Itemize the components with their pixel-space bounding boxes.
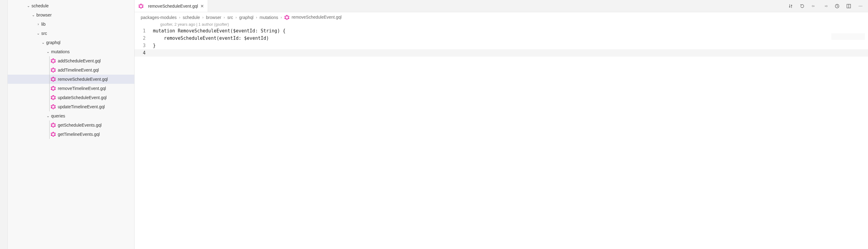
code-text[interactable]: removeScheduleEvent(eventId: $eventId) [153,35,269,42]
graphql-icon [51,95,56,100]
svg-point-51 [55,124,56,125]
file-explorer[interactable]: ⌄schedule⌄browser›lib⌄src⌄graphql⌄mutati… [8,0,134,249]
code-line[interactable]: 1mutation RemoveScheduleEvent($eventId: … [134,27,868,35]
code-text[interactable]: mutation RemoveScheduleEvent($eventId: S… [153,27,285,35]
line-number: 2 [134,35,153,42]
svg-point-22 [51,80,52,81]
close-icon[interactable]: ✕ [200,4,204,8]
breadcrumbs[interactable]: packages-modules›schedule›browser›src›gr… [134,12,868,22]
svg-point-84 [285,16,286,17]
chevron-right-icon: › [179,15,181,20]
chevron-right-icon[interactable]: › [36,22,41,26]
file-removeTimelineEvent.gql[interactable]: removeTimelineEvent.gql [8,84,134,93]
svg-point-71 [138,5,140,5]
breadcrumb-src[interactable]: src [227,15,233,20]
prev-change-icon[interactable] [811,3,817,9]
file-getScheduleEvents.gql[interactable]: getScheduleEvents.gql [8,121,134,130]
tree-label: removeTimelineEvent.gql [58,86,106,91]
svg-marker-41 [51,104,55,108]
file-updateScheduleEvent.gql[interactable]: updateScheduleEvent.gql [8,93,134,102]
editor-pane: removeScheduleEvent.gql ✕ ⋯ packages-mod… [134,0,868,249]
svg-marker-33 [51,95,55,99]
chevron-down-icon[interactable]: ⌄ [45,114,51,118]
svg-point-11 [55,68,56,69]
chevron-down-icon[interactable]: ⌄ [36,31,41,35]
svg-point-30 [51,89,52,90]
svg-point-55 [51,124,52,125]
code-line[interactable]: 4 [134,49,868,57]
folder-src[interactable]: ⌄src [8,29,134,38]
breadcrumb-label: src [227,15,233,20]
folder-schedule[interactable]: ⌄schedule [8,1,134,10]
svg-marker-25 [51,86,55,90]
breadcrumb-label: schedule [183,15,200,20]
chevron-down-icon[interactable]: ⌄ [45,50,51,54]
svg-point-35 [55,96,56,97]
more-actions-icon[interactable]: ⋯ [858,3,863,9]
svg-point-43 [55,105,56,106]
svg-point-20 [55,80,56,81]
chevron-right-icon: › [280,15,282,20]
svg-point-7 [51,59,52,60]
tab-active[interactable]: removeScheduleEvent.gql ✕ [134,0,208,12]
chevron-down-icon[interactable]: ⌄ [26,4,31,8]
tree-label: browser [36,12,52,18]
svg-point-27 [55,87,56,88]
svg-point-62 [51,135,52,136]
breadcrumb-packages-modules[interactable]: packages-modules [141,15,177,20]
chevron-down-icon[interactable]: ⌄ [31,13,36,17]
file-addTimelineEvent.gql[interactable]: addTimelineEvent.gql [8,65,134,75]
code-line[interactable]: 3} [134,42,868,49]
code-area[interactable]: gsofter, 2 years ago | 1 author (gsofter… [134,22,868,249]
breadcrumb-removeScheduleEvent.gql[interactable]: removeScheduleEvent.gql [284,15,341,20]
folder-lib[interactable]: ›lib [8,20,134,29]
line-number: 1 [134,27,153,35]
file-updateTimelineEvent.gql[interactable]: updateTimelineEvent.gql [8,102,134,111]
tree-label: addTimelineEvent.gql [58,68,99,72]
breadcrumb-browser[interactable]: browser [206,15,221,20]
folder-queries[interactable]: ⌄queries [8,111,134,121]
svg-point-67 [143,5,144,5]
graphql-icon [51,122,56,128]
file-getTimelineEvents.gql[interactable]: getTimelineEvents.gql [8,130,134,139]
chevron-right-icon: › [224,15,225,20]
svg-marker-1 [51,59,55,62]
editor-actions: ⋯ [783,0,868,12]
line-number: 3 [134,42,153,49]
chevron-down-icon[interactable]: ⌄ [41,40,45,45]
folder-browser[interactable]: ⌄browser [8,10,134,20]
next-change-icon[interactable] [823,3,828,9]
minimap[interactable] [831,34,865,40]
file-removeScheduleEvent.gql[interactable]: removeScheduleEvent.gql [8,75,134,84]
svg-point-83 [285,18,286,19]
breadcrumb-schedule[interactable]: schedule [183,15,200,20]
svg-point-80 [289,16,290,17]
svg-point-63 [51,133,52,134]
breadcrumb-mutations[interactable]: mutations [260,15,278,20]
graphql-icon [51,131,56,137]
folder-mutations[interactable]: ⌄mutations [8,47,134,56]
svg-point-47 [51,105,52,106]
code-text[interactable]: } [153,42,156,49]
svg-point-60 [55,135,56,136]
revert-icon[interactable] [800,3,805,9]
breadcrumb-label: mutations [260,15,278,20]
chevron-right-icon: › [256,15,257,20]
split-editor-icon[interactable] [846,3,851,9]
file-addScheduleEvent.gql[interactable]: addScheduleEvent.gql [8,56,134,65]
graphql-icon [51,104,56,110]
compare-changes-icon[interactable] [788,3,794,9]
code-line[interactable]: 2 removeScheduleEvent(eventId: $eventId) [134,35,868,42]
tree-label: getTimelineEvents.gql [58,132,100,137]
breadcrumb-graphql[interactable]: graphql [239,15,253,20]
svg-point-39 [51,96,52,97]
timeline-icon[interactable] [834,3,840,9]
tree-label: getScheduleEvents.gql [58,123,101,128]
folder-graphql[interactable]: ⌄graphql [8,38,134,47]
tab-bar: removeScheduleEvent.gql ✕ ⋯ [134,0,868,12]
tree-label: lib [41,22,45,27]
breadcrumb-label: removeScheduleEvent.gql [291,15,341,20]
svg-point-68 [143,7,144,8]
breadcrumb-label: packages-modules [141,15,177,20]
svg-point-73 [826,5,827,7]
